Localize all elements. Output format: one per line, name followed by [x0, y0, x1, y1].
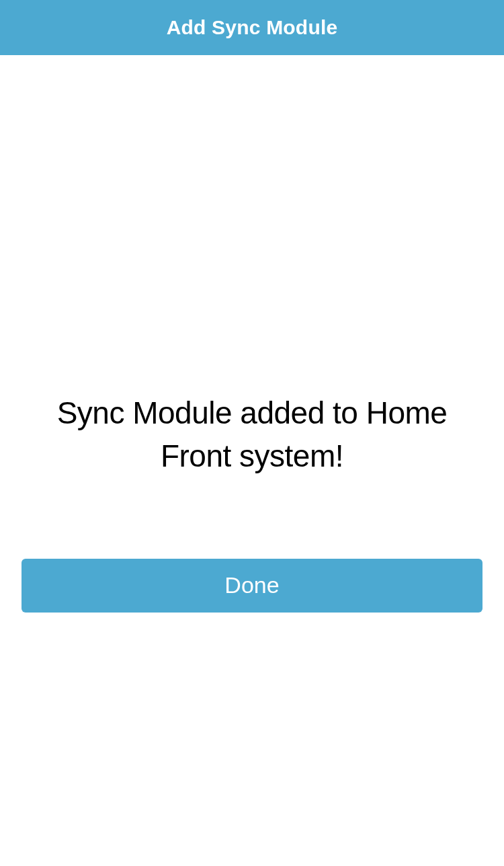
header-bar: Add Sync Module	[0, 0, 504, 55]
page-title: Add Sync Module	[167, 16, 338, 39]
confirmation-message: Sync Module added to Home Front system!	[22, 391, 482, 478]
main-content: Sync Module added to Home Front system! …	[0, 391, 504, 613]
done-button[interactable]: Done	[22, 559, 482, 613]
